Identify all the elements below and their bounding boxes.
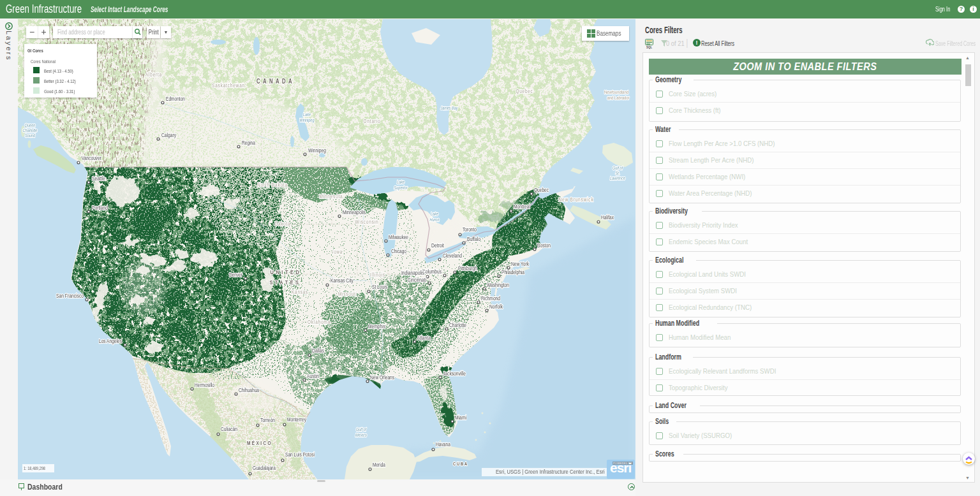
svg-text:Superior: Superior bbox=[394, 185, 408, 191]
svg-text:Seattle: Seattle bbox=[92, 175, 105, 182]
svg-text:Saskatchewan: Saskatchewan bbox=[212, 82, 245, 89]
svg-text:Vancouver: Vancouver bbox=[82, 155, 101, 161]
svg-text:Richmond: Richmond bbox=[481, 295, 500, 302]
svg-text:UNITED: UNITED bbox=[271, 268, 302, 275]
svg-text:Indianapolis: Indianapolis bbox=[401, 270, 424, 276]
svg-text:Alberta: Alberta bbox=[145, 71, 162, 78]
svg-text:Detroit: Detroit bbox=[431, 242, 444, 249]
svg-text:Portland: Portland bbox=[92, 205, 108, 211]
svg-text:Norfolk: Norfolk bbox=[489, 303, 503, 310]
svg-text:STATES: STATES bbox=[270, 279, 301, 286]
svg-text:Guadalajara: Guadalajara bbox=[253, 465, 276, 471]
svg-text:Boston: Boston bbox=[537, 242, 551, 249]
svg-text:Cleveland: Cleveland bbox=[443, 252, 462, 259]
svg-text:Jacksonville: Jacksonville bbox=[443, 370, 466, 377]
svg-text:New York: New York bbox=[511, 261, 529, 267]
svg-text:Monterrey: Monterrey bbox=[287, 416, 306, 423]
svg-text:Columbus: Columbus bbox=[422, 268, 442, 275]
svg-text:Dakota: Dakota bbox=[275, 221, 291, 227]
svg-text:MÉXICO: MÉXICO bbox=[247, 440, 272, 446]
svg-text:Lawrence: Lawrence bbox=[610, 175, 625, 181]
svg-text:Minnesota: Minnesota bbox=[320, 193, 343, 200]
svg-text:Havana: Havana bbox=[436, 441, 450, 448]
svg-text:Culiacán: Culiacán bbox=[221, 426, 237, 432]
svg-text:Chihuahua: Chihuahua bbox=[239, 387, 259, 393]
svg-text:Iowa: Iowa bbox=[332, 249, 343, 255]
svg-text:Sound: Sound bbox=[25, 133, 36, 138]
svg-text:CUBA: CUBA bbox=[453, 461, 468, 467]
svg-text:North Dakota: North Dakota bbox=[257, 182, 288, 188]
svg-text:Regina: Regina bbox=[242, 140, 255, 146]
svg-text:St Louis: St Louis bbox=[372, 284, 387, 290]
svg-text:Pittsburgh: Pittsburgh bbox=[458, 265, 477, 272]
svg-text:Torreón: Torreón bbox=[260, 417, 275, 423]
svg-text:CANADA: CANADA bbox=[256, 78, 295, 85]
svg-text:Missouri: Missouri bbox=[338, 291, 357, 297]
svg-text:SQL: SQL bbox=[646, 46, 653, 49]
svg-text:Lake: Lake bbox=[397, 179, 405, 185]
svg-text:Merida: Merida bbox=[373, 462, 385, 468]
svg-text:Toronto: Toronto bbox=[463, 226, 477, 233]
svg-text:Milwaukee: Milwaukee bbox=[389, 234, 408, 240]
svg-text:Calgary: Calgary bbox=[161, 132, 176, 138]
svg-text:Memphis: Memphis bbox=[368, 323, 385, 330]
svg-text:New Orleans: New Orleans bbox=[370, 374, 394, 381]
svg-text:Charlotte: Charlotte bbox=[449, 322, 466, 328]
svg-text:Austin: Austin bbox=[307, 373, 319, 379]
svg-text:Mexico: Mexico bbox=[355, 432, 367, 438]
svg-text:Chicago: Chicago bbox=[391, 248, 406, 254]
svg-text:Los Angeles: Los Angeles bbox=[99, 338, 122, 344]
svg-text:Hermosillo: Hermosillo bbox=[195, 382, 214, 388]
svg-text:Newfoundland: Newfoundland bbox=[604, 89, 628, 95]
svg-text:Dallas: Dallas bbox=[312, 347, 324, 354]
svg-text:and Labrador: and Labrador bbox=[607, 95, 630, 101]
svg-text:Halifax: Halifax bbox=[601, 214, 614, 221]
svg-text:Buffalo: Buffalo bbox=[467, 236, 480, 242]
svg-text:Miami: Miami bbox=[455, 414, 466, 421]
svg-text:Oklahoma: Oklahoma bbox=[308, 319, 330, 325]
svg-text:Quebec: Quebec bbox=[516, 88, 533, 94]
svg-text:Gulf of: Gulf of bbox=[356, 427, 367, 432]
svg-text:Illinois: Illinois bbox=[370, 272, 385, 278]
svg-text:Edmonton: Edmonton bbox=[166, 96, 185, 102]
svg-text:Huron: Huron bbox=[430, 217, 440, 222]
svg-text:Ontario: Ontario bbox=[364, 118, 381, 124]
svg-text:Cincinnati: Cincinnati bbox=[408, 277, 426, 283]
svg-text:Montreal: Montreal bbox=[514, 203, 530, 210]
svg-text:Denver: Denver bbox=[229, 272, 242, 278]
svg-text:James Bay: James Bay bbox=[440, 105, 459, 111]
svg-text:Lake: Lake bbox=[303, 112, 311, 117]
svg-text:San Luis Potosi: San Luis Potosi bbox=[285, 451, 315, 458]
svg-text:Kansas City: Kansas City bbox=[330, 277, 353, 284]
svg-text:Winnipeg: Winnipeg bbox=[308, 147, 326, 154]
svg-text:Minneapolis: Minneapolis bbox=[343, 209, 366, 215]
svg-text:New Brunswick: New Brunswick bbox=[559, 196, 594, 203]
svg-text:Atlanta: Atlanta bbox=[417, 335, 431, 341]
svg-text:Lake: Lake bbox=[431, 211, 438, 217]
svg-text:Kansas: Kansas bbox=[292, 289, 308, 295]
svg-text:Washington: Washington bbox=[487, 282, 509, 288]
svg-text:San Francisco: San Francisco bbox=[56, 293, 84, 299]
svg-text:Wisconsin: Wisconsin bbox=[355, 219, 379, 225]
svg-text:Winnipeg: Winnipeg bbox=[300, 117, 315, 123]
svg-text:Philadelphia: Philadelphia bbox=[501, 269, 524, 275]
svg-text:Quebec: Quebec bbox=[534, 187, 549, 193]
